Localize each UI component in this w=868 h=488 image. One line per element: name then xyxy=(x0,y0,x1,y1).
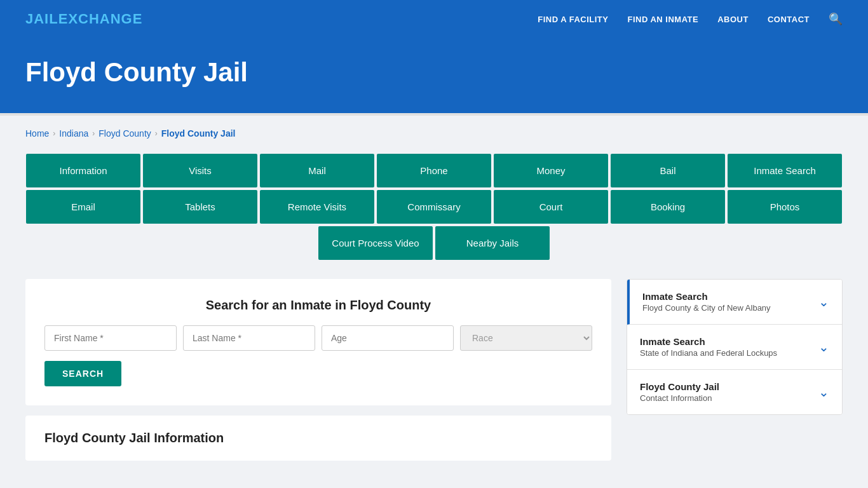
btn-commissary[interactable]: Commissary xyxy=(377,190,491,224)
breadcrumb-indiana[interactable]: Indiana xyxy=(59,128,88,139)
breadcrumb-home[interactable]: Home xyxy=(25,128,49,139)
inmate-search-box: Search for an Inmate in Floyd County Rac… xyxy=(25,279,611,405)
search-button[interactable]: SEARCH xyxy=(44,361,121,386)
btn-nearby-jails[interactable]: Nearby Jails xyxy=(435,226,550,260)
btn-court-process-video[interactable]: Court Process Video xyxy=(318,226,433,260)
btn-bail[interactable]: Bail xyxy=(611,154,725,187)
sidebar: Inmate Search Floyd County & City of New… xyxy=(627,279,843,415)
sidebar-item-contact-info[interactable]: Floyd County Jail Contact Information ⌄ xyxy=(627,370,842,414)
btn-tablets[interactable]: Tablets xyxy=(143,190,257,224)
sidebar-item-contact-text: Floyd County Jail Contact Information xyxy=(640,381,719,403)
breadcrumb-sep-3: › xyxy=(155,129,158,138)
breadcrumb-sep-1: › xyxy=(53,129,55,138)
grid-row-2: Email Tablets Remote Visits Commissary C… xyxy=(25,190,843,224)
btn-information[interactable]: Information xyxy=(26,154,140,187)
hero-section: Floyd County Jail xyxy=(0,38,868,113)
grid-row-1: Information Visits Mail Phone Money Bail… xyxy=(25,154,843,187)
btn-court[interactable]: Court xyxy=(494,190,608,224)
breadcrumb-sep-2: › xyxy=(92,129,95,138)
info-title: Floyd County Jail Information xyxy=(44,431,592,445)
btn-booking[interactable]: Booking xyxy=(611,190,725,224)
chevron-down-icon-indiana: ⌄ xyxy=(818,339,829,355)
last-name-input[interactable] xyxy=(183,325,315,351)
sidebar-item-floyd-text: Inmate Search Floyd County & City of New… xyxy=(642,291,771,313)
btn-email[interactable]: Email xyxy=(26,190,140,224)
sidebar-item-floyd-title: Inmate Search xyxy=(642,291,771,302)
logo-part3: XCHANGE xyxy=(68,11,142,27)
btn-money[interactable]: Money xyxy=(494,154,608,187)
info-section: Floyd County Jail Information xyxy=(25,416,611,461)
btn-inmate-search[interactable]: Inmate Search xyxy=(728,154,842,187)
sidebar-item-indiana-title: Inmate Search xyxy=(640,336,777,347)
category-button-grid: Information Visits Mail Phone Money Bail… xyxy=(25,154,843,260)
btn-visits[interactable]: Visits xyxy=(143,154,257,187)
nav-about[interactable]: ABOUT xyxy=(717,15,749,24)
left-column: Search for an Inmate in Floyd County Rac… xyxy=(25,279,611,461)
breadcrumb: Home › Indiana › Floyd County › Floyd Co… xyxy=(25,128,843,139)
sidebar-item-inmate-search-floyd[interactable]: Inmate Search Floyd County & City of New… xyxy=(627,280,842,325)
breadcrumb-floyd-county[interactable]: Floyd County xyxy=(98,128,151,139)
search-title: Search for an Inmate in Floyd County xyxy=(44,298,592,313)
sidebar-item-contact-title: Floyd County Jail xyxy=(640,381,719,392)
sidebar-item-indiana-text: Inmate Search State of Indiana and Feder… xyxy=(640,336,777,358)
search-icon-button[interactable]: 🔍 xyxy=(829,12,843,26)
nav-find-inmate[interactable]: FIND AN INMATE xyxy=(627,15,698,24)
main-nav: FIND A FACILITY FIND AN INMATE ABOUT CON… xyxy=(538,12,843,26)
btn-mail[interactable]: Mail xyxy=(260,154,374,187)
grid-row-3: Court Process Video Nearby Jails xyxy=(25,226,843,260)
btn-photos[interactable]: Photos xyxy=(728,190,842,224)
nav-contact[interactable]: CONTACT xyxy=(768,15,810,24)
chevron-down-icon-floyd: ⌄ xyxy=(818,294,829,309)
sidebar-item-floyd-subtitle: Floyd County & City of New Albany xyxy=(642,303,771,313)
nav-find-facility[interactable]: FIND A FACILITY xyxy=(538,15,608,24)
content-area: Home › Indiana › Floyd County › Floyd Co… xyxy=(0,116,868,486)
chevron-down-icon-contact: ⌄ xyxy=(818,384,829,400)
first-name-input[interactable] xyxy=(44,325,177,351)
age-input[interactable] xyxy=(322,325,454,351)
main-layout: Search for an Inmate in Floyd County Rac… xyxy=(25,279,843,461)
breadcrumb-current: Floyd County Jail xyxy=(161,128,236,139)
logo-highlight: E xyxy=(58,11,69,27)
logo[interactable]: JAILEXCHANGE xyxy=(25,11,142,27)
header: JAILEXCHANGE FIND A FACILITY FIND AN INM… xyxy=(0,0,868,38)
logo-part1: JAIL xyxy=(25,11,58,27)
sidebar-item-contact-subtitle: Contact Information xyxy=(640,393,719,403)
race-select[interactable]: Race White Black Hispanic Asian Other xyxy=(460,325,592,351)
btn-remote-visits[interactable]: Remote Visits xyxy=(260,190,374,224)
btn-phone[interactable]: Phone xyxy=(377,154,491,187)
sidebar-item-inmate-search-indiana[interactable]: Inmate Search State of Indiana and Feder… xyxy=(627,325,842,370)
page-title: Floyd County Jail xyxy=(25,57,843,88)
search-fields: Race White Black Hispanic Asian Other xyxy=(44,325,592,351)
sidebar-item-indiana-subtitle: State of Indiana and Federal Lockups xyxy=(640,348,777,358)
